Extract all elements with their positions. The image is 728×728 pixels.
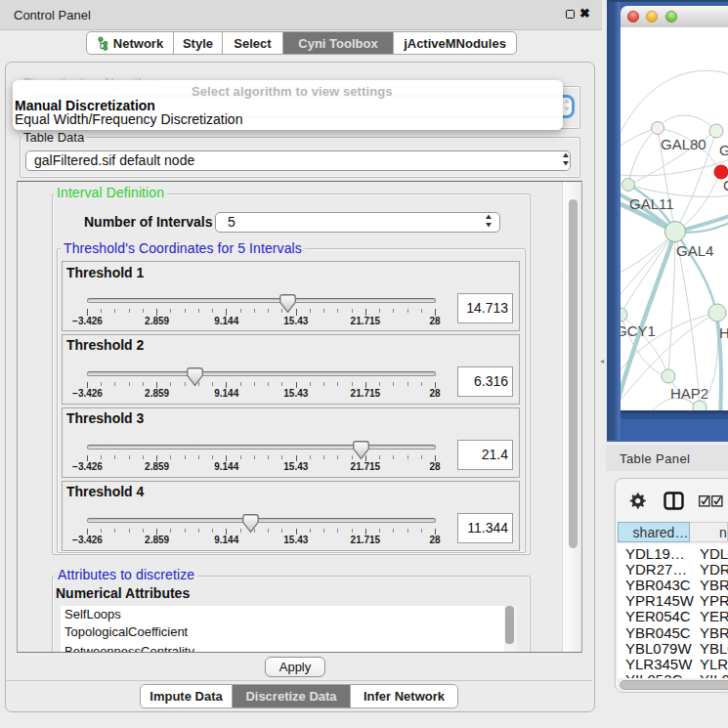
svg-text:GCY1: GCY1 — [621, 322, 656, 339]
svg-text:GAL11: GAL11 — [629, 195, 674, 212]
svg-text:GAL80: GAL80 — [661, 136, 707, 152]
svg-text:C: C — [723, 177, 728, 193]
svg-text:HIS4: HIS4 — [719, 324, 728, 341]
svg-text:HAP2: HAP2 — [670, 385, 708, 402]
svg-text:GAL4: GAL4 — [676, 242, 713, 259]
svg-text:GAL1: GAL1 — [719, 142, 728, 158]
